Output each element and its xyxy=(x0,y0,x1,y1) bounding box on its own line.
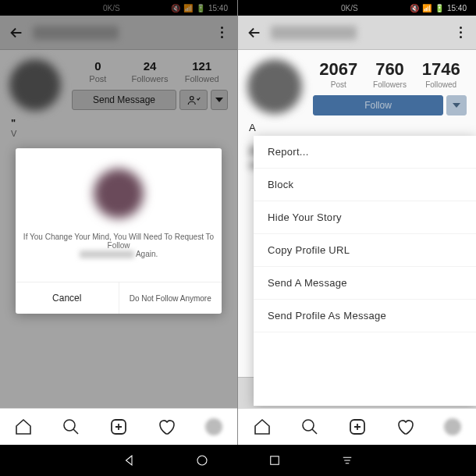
menu-send-profile[interactable]: Send Profile As Message xyxy=(254,300,476,332)
profile-tab-icon[interactable] xyxy=(204,417,224,437)
follow-dropdown-button[interactable] xyxy=(446,95,467,115)
menu-block[interactable]: Block xyxy=(254,169,476,201)
status-bar: 0K/S 🔇📶🔋 15:40 xyxy=(238,0,476,16)
profile-username xyxy=(271,26,357,40)
android-nav-bar xyxy=(0,445,476,476)
search-icon[interactable] xyxy=(61,417,81,437)
menu-copy-url[interactable]: Copy Profile URL xyxy=(254,234,476,267)
cancel-button[interactable]: Cancel xyxy=(16,282,119,314)
heart-icon[interactable] xyxy=(395,417,415,437)
android-recent-icon[interactable] xyxy=(268,453,282,467)
svg-point-7 xyxy=(303,420,314,431)
android-back-icon[interactable] xyxy=(123,453,137,467)
android-home-icon[interactable] xyxy=(195,453,209,467)
svg-rect-10 xyxy=(270,456,279,465)
svg-point-1 xyxy=(64,420,75,431)
dialog-message: If You Change Your Mind, You Will Need T… xyxy=(16,233,222,258)
add-post-icon[interactable] xyxy=(347,417,368,437)
menu-report[interactable]: Report... xyxy=(254,136,476,169)
back-icon[interactable] xyxy=(246,24,263,41)
app-bar xyxy=(238,16,476,50)
svg-point-9 xyxy=(197,456,207,465)
android-menu-icon[interactable] xyxy=(340,453,354,467)
bottom-nav xyxy=(0,408,237,445)
unfollow-confirm-button[interactable]: Do Not Follow Anymore xyxy=(119,282,222,314)
heart-icon[interactable] xyxy=(156,417,176,437)
search-icon[interactable] xyxy=(300,417,320,437)
stat-followed[interactable]: 1746Followed xyxy=(415,59,467,89)
menu-hide-story[interactable]: Hide Your Story xyxy=(254,201,476,234)
avatar[interactable] xyxy=(247,59,302,114)
dialog-avatar xyxy=(94,169,144,218)
follow-button[interactable]: Follow xyxy=(313,95,443,115)
home-icon[interactable] xyxy=(252,417,272,437)
menu-send-message[interactable]: Send A Message xyxy=(254,267,476,300)
stat-followers[interactable]: 760Followers xyxy=(364,59,416,89)
add-post-icon[interactable] xyxy=(108,417,129,437)
stat-posts[interactable]: 2067Post xyxy=(313,59,364,89)
profile-tab-icon[interactable] xyxy=(442,417,463,437)
more-options-icon[interactable] xyxy=(453,25,468,41)
home-icon[interactable] xyxy=(13,417,34,437)
options-sheet: Report... Block Hide Your Story Copy Pro… xyxy=(254,136,476,406)
unfollow-dialog: If You Change Your Mind, You Will Need T… xyxy=(16,148,222,314)
bottom-nav xyxy=(238,408,476,445)
